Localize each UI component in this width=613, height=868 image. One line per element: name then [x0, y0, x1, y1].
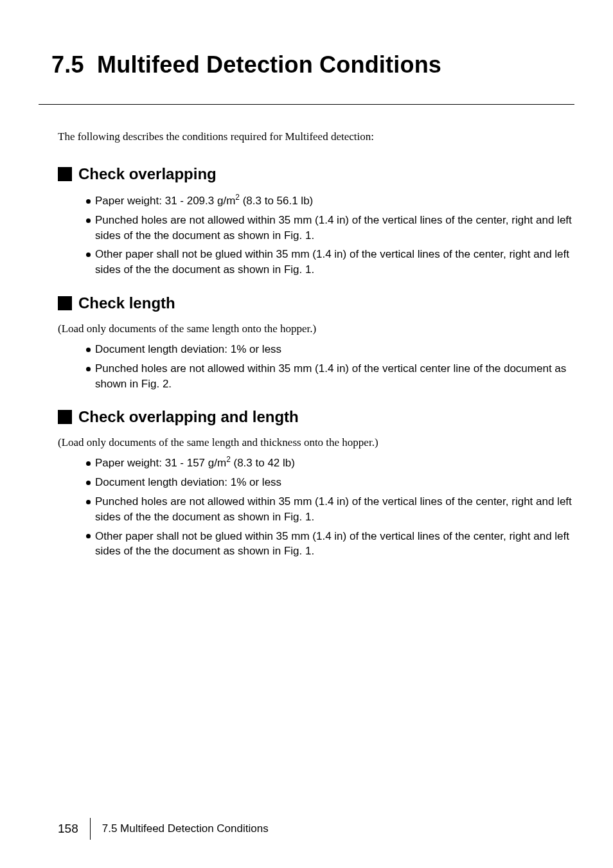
square-bullet-icon	[58, 167, 72, 181]
chapter-number: 7.5	[51, 51, 84, 78]
section-heading-text: Check length	[78, 294, 175, 312]
footer-label: 7.5 Multifeed Detection Conditions	[102, 822, 269, 835]
bullet-list: Paper weight: 31 - 157 g/m2 (8.3 to 42 l…	[86, 456, 574, 559]
list-item: Paper weight: 31 - 209.3 g/m2 (8.3 to 56…	[86, 193, 574, 209]
page-number: 158	[58, 822, 90, 836]
list-item: Punched holes are not allowed within 35 …	[86, 213, 574, 244]
bullet-text: Other paper shall not be glued within 35…	[95, 530, 569, 558]
section-heading-overlapping: Check overlapping	[58, 165, 574, 183]
bullet-text-suffix: (8.3 to 56.1 lb)	[240, 195, 313, 207]
list-item: Paper weight: 31 - 157 g/m2 (8.3 to 42 l…	[86, 456, 574, 471]
bullet-list: Document length deviation: 1% or less Pu…	[86, 342, 574, 391]
superscript: 2	[235, 193, 240, 202]
section-heading-length: Check length	[58, 294, 574, 312]
chapter-title-text: Multifeed Detection Conditions	[97, 51, 441, 78]
list-item: Punched holes are not allowed within 35 …	[86, 361, 574, 392]
bullet-text: Punched holes are not allowed within 35 …	[95, 362, 566, 390]
horizontal-rule	[39, 104, 574, 105]
bullet-text: Paper weight: 31 - 209.3 g/m	[95, 195, 235, 207]
square-bullet-icon	[58, 410, 72, 424]
bullet-text: Document length deviation: 1% or less	[95, 343, 281, 355]
bullet-text: Other paper shall not be glued within 35…	[95, 248, 569, 276]
section-note: (Load only documents of the same length …	[58, 436, 574, 449]
intro-text: The following describes the conditions r…	[58, 130, 574, 143]
bullet-text: Document length deviation: 1% or less	[95, 476, 281, 488]
list-item: Document length deviation: 1% or less	[86, 342, 574, 357]
chapter-title: 7.5 Multifeed Detection Conditions	[51, 51, 574, 78]
bullet-text-suffix: (8.3 to 42 lb)	[231, 457, 295, 469]
bullet-text: Punched holes are not allowed within 35 …	[95, 214, 572, 242]
list-item: Other paper shall not be glued within 35…	[86, 247, 574, 278]
bullet-text: Paper weight: 31 - 157 g/m	[95, 457, 226, 469]
section-heading-text: Check overlapping	[78, 165, 217, 183]
square-bullet-icon	[58, 296, 72, 310]
list-item: Punched holes are not allowed within 35 …	[86, 494, 574, 525]
superscript: 2	[226, 456, 231, 465]
page: 7.5 Multifeed Detection Conditions The f…	[0, 0, 613, 868]
footer-divider	[90, 818, 91, 840]
bullet-text: Punched holes are not allowed within 35 …	[95, 495, 572, 523]
list-item: Document length deviation: 1% or less	[86, 475, 574, 490]
section-heading-text: Check overlapping and length	[78, 408, 299, 426]
section-heading-overlapping-length: Check overlapping and length	[58, 408, 574, 426]
page-footer: 158 7.5 Multifeed Detection Conditions	[58, 818, 269, 840]
list-item: Other paper shall not be glued within 35…	[86, 529, 574, 560]
section-note: (Load only documents of the same length …	[58, 323, 574, 335]
bullet-list: Paper weight: 31 - 209.3 g/m2 (8.3 to 56…	[86, 193, 574, 278]
